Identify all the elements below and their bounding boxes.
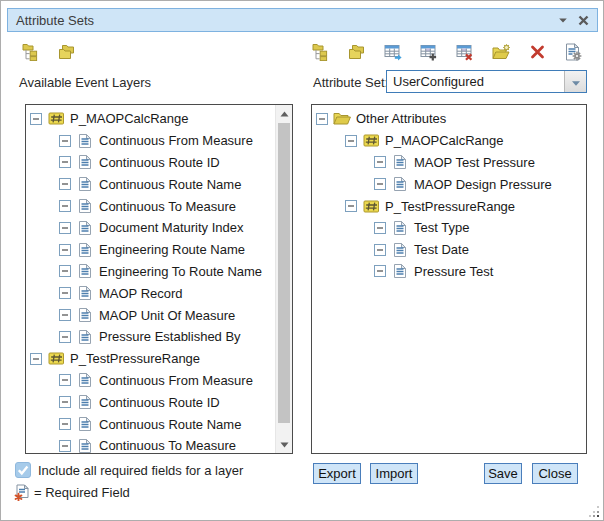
tree-item-label: Continuous Route ID xyxy=(99,155,220,170)
tree-item[interactable]: Continuous Route Name xyxy=(26,413,275,435)
tree-item[interactable]: Document Maturity Index xyxy=(26,217,275,239)
collapse-expander-icon[interactable] xyxy=(374,265,386,277)
collapse-expander-icon[interactable] xyxy=(59,200,71,212)
collapse-expander-icon[interactable] xyxy=(345,135,357,147)
add-table-icon[interactable] xyxy=(419,42,439,62)
collapse-expander-icon[interactable] xyxy=(59,244,71,256)
tree-item-label: Pressure Established By xyxy=(99,329,241,344)
tree-item-label: MAOP Unit Of Measure xyxy=(99,308,235,323)
event-layers-toolbar xyxy=(21,42,77,62)
collapse-expander-icon[interactable] xyxy=(59,222,71,234)
tree-item[interactable]: Test Type xyxy=(312,217,586,239)
scroll-up-icon[interactable] xyxy=(276,105,292,122)
field-icon xyxy=(76,329,94,345)
tree-item[interactable]: P_MAOPCalcRange xyxy=(26,108,275,130)
collapse-expander-icon[interactable] xyxy=(59,418,71,430)
tree-item[interactable]: P_TestPressureRange xyxy=(312,195,586,217)
attribute-set-tree: Other AttributesP_MAOPCalcRangeMAOP Test… xyxy=(312,108,586,453)
required-field-icon xyxy=(14,484,30,501)
tree-item-label: Test Date xyxy=(414,242,469,257)
field-icon xyxy=(76,154,94,170)
collapse-expander-icon[interactable] xyxy=(374,156,386,168)
titlebar[interactable]: Attribute Sets xyxy=(7,8,598,32)
attribute-set-dropdown[interactable]: UserConfigured xyxy=(386,70,587,93)
collapse-expander-icon[interactable] xyxy=(374,244,386,256)
dropdown-arrow-button[interactable] xyxy=(564,71,586,92)
collapse-attribute-set-icon[interactable] xyxy=(347,42,367,62)
tree-item[interactable]: Pressure Test xyxy=(312,261,586,283)
tree-item-label: P_TestPressureRange xyxy=(70,351,200,366)
collapse-expander-icon[interactable] xyxy=(59,265,71,277)
collapse-expander-icon[interactable] xyxy=(59,178,71,190)
field-icon xyxy=(76,416,94,432)
collapse-expander-icon[interactable] xyxy=(59,396,71,408)
folder-open-icon xyxy=(333,112,351,125)
tree-item[interactable]: Continuous To Measure xyxy=(26,435,275,453)
collapse-expander-icon[interactable] xyxy=(316,113,328,125)
collapse-event-layers-icon[interactable] xyxy=(57,42,77,62)
include-required-fields-label: Include all required fields for a layer xyxy=(38,463,243,478)
remove-table-icon[interactable] xyxy=(455,42,475,62)
close-button[interactable]: Close xyxy=(532,463,578,484)
tree-item[interactable]: MAOP Design Pressure xyxy=(312,173,586,195)
tree-item[interactable]: P_MAOPCalcRange xyxy=(312,130,586,152)
field-icon xyxy=(391,242,409,258)
collapse-expander-icon[interactable] xyxy=(374,222,386,234)
tree-item[interactable]: Continuous Route ID xyxy=(26,391,275,413)
collapse-expander-icon[interactable] xyxy=(30,113,42,125)
import-button[interactable]: Import xyxy=(370,463,418,484)
tree-item[interactable]: Other Attributes xyxy=(312,108,586,130)
collapse-expander-icon[interactable] xyxy=(59,287,71,299)
attribute-set-label: Attribute Set: xyxy=(313,75,388,90)
tree-item[interactable]: Test Date xyxy=(312,239,586,261)
collapse-expander-icon[interactable] xyxy=(59,374,71,386)
collapse-expander-icon[interactable] xyxy=(345,200,357,212)
new-attribute-set-icon[interactable] xyxy=(491,42,511,62)
tree-item[interactable]: Pressure Established By xyxy=(26,326,275,348)
field-icon xyxy=(76,242,94,258)
tree-item-label: Continuous Route Name xyxy=(99,417,241,432)
resize-grip[interactable] xyxy=(587,504,600,517)
attribute-set-dropdown-value: UserConfigured xyxy=(387,71,564,92)
add-event-layer-icon[interactable] xyxy=(383,42,403,62)
expand-attribute-set-icon[interactable] xyxy=(311,42,331,62)
tree-item[interactable]: Engineering Route Name xyxy=(26,239,275,261)
field-icon xyxy=(391,176,409,192)
tree-item-label: Test Type xyxy=(414,220,469,235)
collapse-expander-icon[interactable] xyxy=(30,353,42,365)
vertical-scrollbar[interactable] xyxy=(275,105,292,453)
tree-item[interactable]: MAOP Unit Of Measure xyxy=(26,304,275,326)
tree-item[interactable]: MAOP Test Pressure xyxy=(312,152,586,174)
tree-item[interactable]: Continuous Route ID xyxy=(26,152,275,174)
collapse-expander-icon[interactable] xyxy=(59,331,71,343)
save-button[interactable]: Save xyxy=(484,463,522,484)
delete-attribute-set-icon[interactable] xyxy=(527,42,547,62)
chevron-down-icon xyxy=(571,73,581,91)
expand-event-layers-icon[interactable] xyxy=(21,42,41,62)
scroll-down-icon[interactable] xyxy=(276,436,292,453)
collapse-expander-icon[interactable] xyxy=(59,135,71,147)
scrollbar-thumb[interactable] xyxy=(278,123,290,423)
include-required-fields-row: Include all required fields for a layer xyxy=(15,462,243,478)
collapse-expander-icon[interactable] xyxy=(59,440,71,452)
tree-item[interactable]: P_TestPressureRange xyxy=(26,348,275,370)
field-icon xyxy=(76,307,94,323)
field-icon xyxy=(391,263,409,279)
tree-item[interactable]: MAOP Record xyxy=(26,282,275,304)
field-icon xyxy=(76,263,94,279)
tree-item-label: Continuous To Measure xyxy=(99,199,236,214)
close-icon[interactable] xyxy=(573,10,593,30)
tree-item[interactable]: Continuous Route Name xyxy=(26,173,275,195)
titlebar-menu-icon[interactable] xyxy=(553,10,573,30)
attribute-set-properties-icon[interactable] xyxy=(563,42,583,62)
export-button[interactable]: Export xyxy=(313,463,361,484)
collapse-expander-icon[interactable] xyxy=(59,156,71,168)
collapse-expander-icon[interactable] xyxy=(59,309,71,321)
tree-item[interactable]: Continuous To Measure xyxy=(26,195,275,217)
field-icon xyxy=(76,220,94,236)
collapse-expander-icon[interactable] xyxy=(374,178,386,190)
tree-item[interactable]: Continuous From Measure xyxy=(26,130,275,152)
include-required-fields-checkbox[interactable] xyxy=(15,462,31,478)
tree-item[interactable]: Continuous From Measure xyxy=(26,370,275,392)
tree-item[interactable]: Engineering To Route Name xyxy=(26,261,275,283)
